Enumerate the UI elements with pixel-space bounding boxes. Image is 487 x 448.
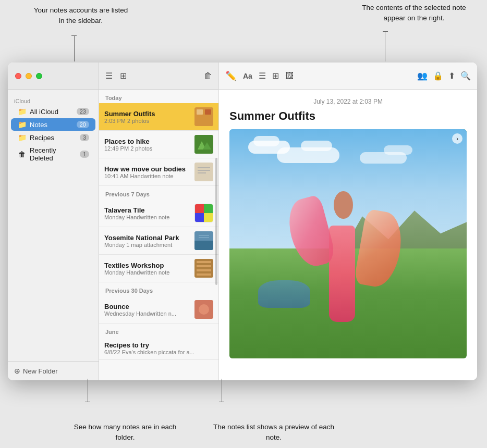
toolbar-left: ☰ ⊞ <box>104 70 128 82</box>
table-icon[interactable]: ⊞ <box>272 71 279 81</box>
note-item-yosemite[interactable]: Yosemite National Park Monday 1 map atta… <box>99 227 218 255</box>
note-meta: 10:41 AM Handwritten note <box>104 173 190 179</box>
note-title: Yosemite National Park <box>104 234 190 242</box>
note-detail: ✏️ Aa ☰ ⊞ 🖼 👥 🔒 ⬆ 🔍 July 13, 2022 at 2:0… <box>219 63 477 380</box>
maximize-button[interactable] <box>36 73 42 79</box>
delete-icon[interactable]: 🗑 <box>203 70 213 82</box>
sidebar-badge: 1 <box>80 151 89 158</box>
folder-icon: 📁 <box>17 133 27 142</box>
toolbar-left: ✏️ Aa ☰ ⊞ 🖼 <box>225 70 294 82</box>
share-icon[interactable]: ⬆ <box>448 71 455 81</box>
note-title: Recipes to try <box>104 341 213 349</box>
sidebar-item-notes[interactable]: 📁 Notes 20 <box>11 118 95 131</box>
trash-icon: 🗑 <box>17 150 27 158</box>
minimize-button[interactable] <box>26 73 32 79</box>
group-header-today: Today <box>99 90 218 103</box>
note-date: July 13, 2022 at 2:03 PM <box>229 98 467 105</box>
sidebar-section-icloud: iCloud <box>8 96 99 105</box>
note-meta: 6/8/22 Eva's chicken piccata for a... <box>104 349 213 355</box>
sidebar-item-recently-deleted[interactable]: 🗑 Recently Deleted 1 <box>11 144 95 164</box>
svg-rect-2 <box>205 109 211 115</box>
note-item-places-to-hike[interactable]: Places to hike 12:49 PM 2 photos <box>99 131 218 158</box>
note-item-summer-outfits[interactable]: Summer Outfits 2:03 PM 2 photos <box>99 103 218 131</box>
svg-rect-21 <box>197 269 211 271</box>
note-text: Yosemite National Park Monday 1 map atta… <box>104 234 190 248</box>
sidebar-badge: 20 <box>77 121 89 128</box>
annotation-top-right: The contents of the selected note appear… <box>362 3 466 24</box>
svg-rect-1 <box>197 109 203 115</box>
note-thumbnail <box>194 163 213 181</box>
new-folder-button[interactable]: ⊕ New Folder <box>14 367 92 375</box>
svg-rect-15 <box>194 241 213 250</box>
chevron-button[interactable]: › <box>452 133 462 144</box>
note-text: Places to hike 12:49 PM 2 photos <box>104 138 190 152</box>
note-title-heading: Summer Outfits <box>229 109 467 123</box>
note-thumbnail <box>194 107 213 126</box>
annotation-top-left: Your notes accounts are listed in the si… <box>31 5 130 27</box>
list-view-icon[interactable]: ☰ <box>104 70 114 82</box>
group-header-prev7: Previous 7 Days <box>99 186 218 200</box>
titlebar <box>8 63 99 90</box>
note-thumbnail <box>194 204 213 222</box>
note-text: Textiles Workshop Monday Handwritten not… <box>104 262 190 276</box>
close-button[interactable] <box>15 73 21 79</box>
annotation-bottom-left: See how many notes are in each folder. <box>73 422 177 443</box>
list-icon[interactable]: ☰ <box>259 71 266 81</box>
note-text: Summer Outfits 2:03 PM 2 photos <box>104 110 190 124</box>
note-detail-content: July 13, 2022 at 2:03 PM Summer Outfits <box>219 90 477 380</box>
note-title: How we move our bodies <box>104 165 190 173</box>
note-meta: Monday Handwritten note <box>104 269 190 276</box>
note-text: Bounce Wednesday Handwritten n... <box>104 303 190 317</box>
note-detail-toolbar: ✏️ Aa ☰ ⊞ 🖼 👥 🔒 ⬆ 🔍 <box>219 63 477 90</box>
note-item-recipes-to-try[interactable]: Recipes to try 6/8/22 Eva's chicken picc… <box>99 337 218 360</box>
note-meta: Monday 1 map attachment <box>104 242 190 248</box>
svg-rect-10 <box>195 204 204 213</box>
note-item-talavera[interactable]: Talavera Tile Monday Handwritten note <box>99 200 218 227</box>
svg-rect-22 <box>197 273 211 276</box>
folder-icon: 📁 <box>17 107 27 116</box>
note-thumbnail <box>194 231 213 250</box>
note-text: How we move our bodies 10:41 AM Handwrit… <box>104 165 190 179</box>
note-item-how-we-move[interactable]: How we move our bodies 10:41 AM Handwrit… <box>99 158 218 186</box>
note-title: Bounce <box>104 303 190 310</box>
svg-rect-19 <box>197 261 211 263</box>
svg-rect-13 <box>204 213 213 222</box>
note-thumbnail <box>194 259 213 278</box>
svg-rect-6 <box>194 163 213 181</box>
note-meta: Monday Handwritten note <box>104 214 190 220</box>
svg-point-24 <box>199 304 209 315</box>
note-item-bounce[interactable]: Bounce Wednesday Handwritten n... <box>99 296 218 323</box>
notes-list-content: Today Summer Outfits 2:03 PM 2 photos Pl… <box>99 90 218 380</box>
sidebar: iCloud 📁 All iCloud 23 📁 Notes 20 📁 Reci… <box>8 63 99 380</box>
media-icon[interactable]: 🖼 <box>285 71 294 81</box>
svg-rect-3 <box>194 135 213 154</box>
sidebar-item-label: Recipes <box>30 134 77 142</box>
plus-icon: ⊕ <box>14 367 20 375</box>
note-title: Talavera Tile <box>104 206 190 214</box>
search-icon[interactable]: 🔍 <box>460 71 471 81</box>
sidebar-item-label: Notes <box>30 121 74 129</box>
svg-rect-11 <box>204 204 213 213</box>
note-title: Summer Outfits <box>104 110 190 118</box>
scroll-indicator <box>215 158 217 285</box>
sidebar-badge: 23 <box>77 108 89 115</box>
lock-icon[interactable]: 🔒 <box>433 71 443 81</box>
note-meta: 12:49 PM 2 photos <box>104 145 190 152</box>
note-title: Places to hike <box>104 138 190 145</box>
grid-view-icon[interactable]: ⊞ <box>119 70 128 82</box>
compose-icon[interactable]: ✏️ <box>225 70 237 82</box>
note-title: Textiles Workshop <box>104 262 190 269</box>
note-image: › <box>229 129 467 358</box>
note-item-textiles[interactable]: Textiles Workshop Monday Handwritten not… <box>99 255 218 282</box>
collaborate-icon[interactable]: 👥 <box>417 71 428 81</box>
sidebar-item-recipes[interactable]: 📁 Recipes 3 <box>11 131 95 144</box>
svg-rect-20 <box>197 265 211 267</box>
svg-rect-12 <box>195 213 204 222</box>
main-window: iCloud 📁 All iCloud 23 📁 Notes 20 📁 Reci… <box>8 63 477 380</box>
sidebar-item-all-icloud[interactable]: 📁 All iCloud 23 <box>11 105 95 118</box>
note-thumbnail <box>194 300 213 319</box>
sidebar-item-label: Recently Deleted <box>30 146 77 162</box>
sidebar-badge: 3 <box>80 134 89 141</box>
font-icon[interactable]: Aa <box>243 72 252 80</box>
note-meta: 2:03 PM 2 photos <box>104 118 190 124</box>
